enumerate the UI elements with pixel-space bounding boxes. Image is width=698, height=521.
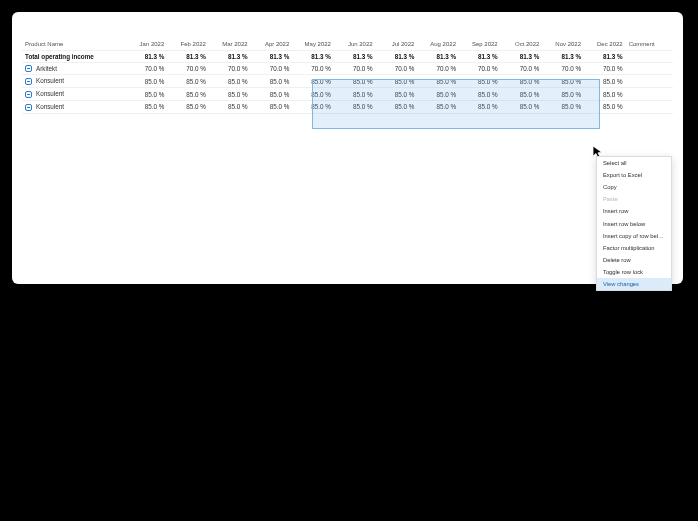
data-cell[interactable]: 70.0 % xyxy=(459,62,501,75)
data-cell[interactable]: 85.0 % xyxy=(459,75,501,88)
menu-toggle-lock[interactable]: Toggle row lock xyxy=(597,266,671,278)
total-cell[interactable]: 81.3 % xyxy=(167,50,209,62)
col-jul[interactable]: Jul 2022 xyxy=(376,38,418,50)
data-cell[interactable]: 70.0 % xyxy=(376,62,418,75)
data-cell[interactable]: 85.0 % xyxy=(459,100,501,113)
col-product-name[interactable]: Product Name xyxy=(22,38,126,50)
table-row[interactable]: Konsulent 85.0 % 85.0 % 85.0 % 85.0 % 85… xyxy=(22,75,673,88)
total-cell[interactable]: 81.3 % xyxy=(584,50,626,62)
row-name-cell[interactable]: Konsulent xyxy=(22,100,126,113)
data-cell[interactable]: 85.0 % xyxy=(251,100,293,113)
col-sep[interactable]: Sep 2022 xyxy=(459,38,501,50)
col-comment[interactable]: Comment xyxy=(626,38,673,50)
menu-insert-copy-below[interactable]: Insert copy of row below xyxy=(597,230,671,242)
col-apr[interactable]: Apr 2022 xyxy=(251,38,293,50)
comment-cell[interactable] xyxy=(626,62,673,75)
data-cell[interactable]: 85.0 % xyxy=(167,100,209,113)
data-table[interactable]: Product Name Jan 2022 Feb 2022 Mar 2022 … xyxy=(22,38,673,114)
data-cell[interactable]: 85.0 % xyxy=(126,75,168,88)
data-cell[interactable]: 85.0 % xyxy=(501,100,543,113)
col-aug[interactable]: Aug 2022 xyxy=(417,38,459,50)
data-cell[interactable]: 85.0 % xyxy=(459,88,501,101)
col-may[interactable]: May 2022 xyxy=(292,38,334,50)
data-cell[interactable]: 85.0 % xyxy=(584,100,626,113)
col-nov[interactable]: Nov 2022 xyxy=(542,38,584,50)
data-cell[interactable]: 85.0 % xyxy=(417,100,459,113)
col-mar[interactable]: Mar 2022 xyxy=(209,38,251,50)
data-cell[interactable]: 85.0 % xyxy=(209,75,251,88)
data-cell[interactable]: 85.0 % xyxy=(292,100,334,113)
comment-cell[interactable] xyxy=(626,88,673,101)
data-cell[interactable]: 85.0 % xyxy=(292,75,334,88)
table-row[interactable]: Konsulent 85.0 % 85.0 % 85.0 % 85.0 % 85… xyxy=(22,100,673,113)
total-comment[interactable] xyxy=(626,50,673,62)
data-cell[interactable]: 85.0 % xyxy=(417,88,459,101)
context-menu[interactable]: Select all Export to Excel Copy Paste In… xyxy=(596,156,672,291)
total-cell[interactable]: 81.3 % xyxy=(376,50,418,62)
data-cell[interactable]: 85.0 % xyxy=(501,88,543,101)
data-cell[interactable]: 85.0 % xyxy=(251,75,293,88)
col-oct[interactable]: Oct 2022 xyxy=(501,38,543,50)
data-cell[interactable]: 70.0 % xyxy=(334,62,376,75)
comment-cell[interactable] xyxy=(626,100,673,113)
total-row[interactable]: Total operating income 81.3 % 81.3 % 81.… xyxy=(22,50,673,62)
menu-select-all[interactable]: Select all xyxy=(597,157,671,169)
data-cell[interactable]: 85.0 % xyxy=(584,75,626,88)
data-cell[interactable]: 85.0 % xyxy=(334,88,376,101)
menu-factor-mult[interactable]: Factor multiplication xyxy=(597,242,671,254)
data-cell[interactable]: 70.0 % xyxy=(251,62,293,75)
data-cell[interactable]: 85.0 % xyxy=(126,100,168,113)
menu-insert-row[interactable]: Insert row xyxy=(597,205,671,217)
total-cell[interactable]: 81.3 % xyxy=(334,50,376,62)
data-cell[interactable]: 85.0 % xyxy=(209,100,251,113)
data-cell[interactable]: 85.0 % xyxy=(209,88,251,101)
data-cell[interactable]: 85.0 % xyxy=(167,75,209,88)
data-cell[interactable]: 85.0 % xyxy=(501,75,543,88)
total-cell[interactable]: 81.3 % xyxy=(292,50,334,62)
data-cell[interactable]: 85.0 % xyxy=(542,88,584,101)
data-cell[interactable]: 70.0 % xyxy=(501,62,543,75)
col-jun[interactable]: Jun 2022 xyxy=(334,38,376,50)
total-cell[interactable]: 81.3 % xyxy=(459,50,501,62)
menu-delete-row[interactable]: Delete row xyxy=(597,254,671,266)
data-cell[interactable]: 85.0 % xyxy=(584,88,626,101)
data-cell[interactable]: 70.0 % xyxy=(292,62,334,75)
data-cell[interactable]: 70.0 % xyxy=(417,62,459,75)
total-cell[interactable]: 81.3 % xyxy=(542,50,584,62)
data-cell[interactable]: 70.0 % xyxy=(209,62,251,75)
data-cell[interactable]: 85.0 % xyxy=(292,88,334,101)
comment-cell[interactable] xyxy=(626,75,673,88)
data-cell[interactable]: 85.0 % xyxy=(334,100,376,113)
menu-copy[interactable]: Copy xyxy=(597,181,671,193)
total-cell[interactable]: 81.3 % xyxy=(501,50,543,62)
table-row[interactable]: Konsulent 85.0 % 85.0 % 85.0 % 85.0 % 85… xyxy=(22,88,673,101)
row-name-cell[interactable]: Arkitekt xyxy=(22,62,126,75)
data-cell[interactable]: 85.0 % xyxy=(126,88,168,101)
total-cell[interactable]: 81.3 % xyxy=(126,50,168,62)
data-cell[interactable]: 85.0 % xyxy=(334,75,376,88)
data-cell[interactable]: 70.0 % xyxy=(167,62,209,75)
col-dec[interactable]: Dec 2022 xyxy=(584,38,626,50)
col-jan[interactable]: Jan 2022 xyxy=(126,38,168,50)
total-cell[interactable]: 81.3 % xyxy=(417,50,459,62)
data-cell[interactable]: 85.0 % xyxy=(167,88,209,101)
row-name-cell[interactable]: Konsulent xyxy=(22,88,126,101)
data-cell[interactable]: 70.0 % xyxy=(542,62,584,75)
data-cell[interactable]: 85.0 % xyxy=(542,100,584,113)
table-row[interactable]: Arkitekt 70.0 % 70.0 % 70.0 % 70.0 % 70.… xyxy=(22,62,673,75)
menu-export-excel[interactable]: Export to Excel xyxy=(597,169,671,181)
total-cell[interactable]: 81.3 % xyxy=(209,50,251,62)
row-name-cell[interactable]: Konsulent xyxy=(22,75,126,88)
total-cell[interactable]: 81.3 % xyxy=(251,50,293,62)
data-cell[interactable]: 70.0 % xyxy=(126,62,168,75)
menu-insert-row-below[interactable]: Insert row below xyxy=(597,218,671,230)
data-cell[interactable]: 85.0 % xyxy=(376,100,418,113)
data-cell[interactable]: 85.0 % xyxy=(542,75,584,88)
data-cell[interactable]: 85.0 % xyxy=(376,88,418,101)
data-cell[interactable]: 85.0 % xyxy=(376,75,418,88)
data-cell[interactable]: 85.0 % xyxy=(251,88,293,101)
menu-view-changes[interactable]: View changes xyxy=(597,278,671,290)
data-cell[interactable]: 70.0 % xyxy=(584,62,626,75)
data-cell[interactable]: 85.0 % xyxy=(417,75,459,88)
col-feb[interactable]: Feb 2022 xyxy=(167,38,209,50)
